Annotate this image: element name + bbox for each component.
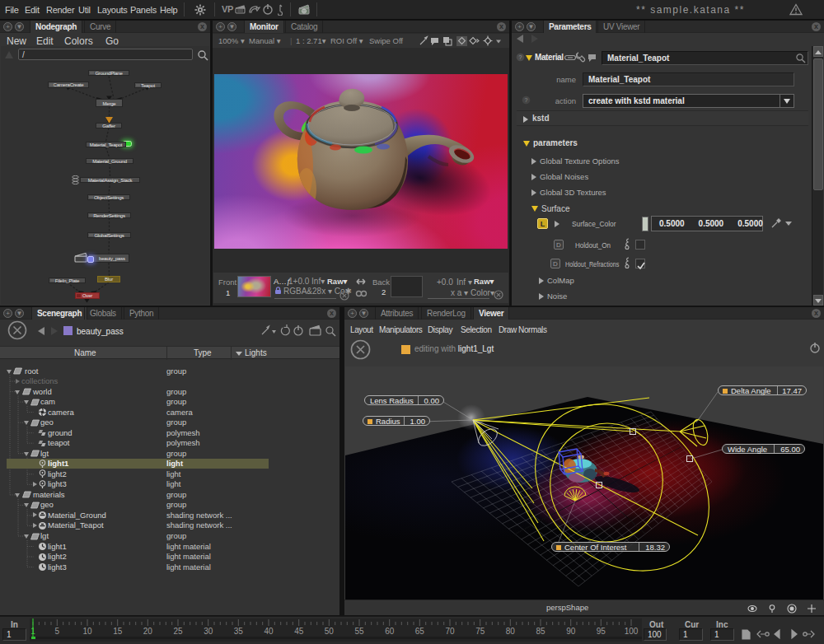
svg-text:95: 95	[597, 627, 606, 636]
svg-text:50: 50	[325, 627, 335, 636]
svg-text:5: 5	[55, 627, 60, 636]
svg-text:1: 1	[30, 627, 35, 636]
svg-text:75: 75	[475, 627, 485, 636]
svg-text:80: 80	[506, 627, 516, 636]
svg-text:?: ?	[525, 97, 528, 103]
svg-text:65: 65	[415, 627, 425, 636]
svg-text:60: 60	[385, 627, 395, 636]
svg-text:35: 35	[234, 627, 244, 636]
svg-text:90: 90	[566, 627, 576, 636]
svg-text:70: 70	[445, 627, 455, 636]
svg-text:30: 30	[204, 627, 213, 636]
svg-text:45: 45	[294, 627, 304, 636]
svg-text:55: 55	[354, 627, 364, 636]
svg-text:100: 100	[625, 627, 639, 636]
svg-text:15: 15	[113, 627, 123, 636]
svg-text:25: 25	[173, 627, 183, 636]
svg-text:20: 20	[143, 627, 153, 636]
svg-text:85: 85	[536, 627, 545, 636]
svg-text:40: 40	[264, 627, 274, 636]
svg-text:?: ?	[519, 54, 522, 60]
svg-text:10: 10	[82, 627, 92, 636]
